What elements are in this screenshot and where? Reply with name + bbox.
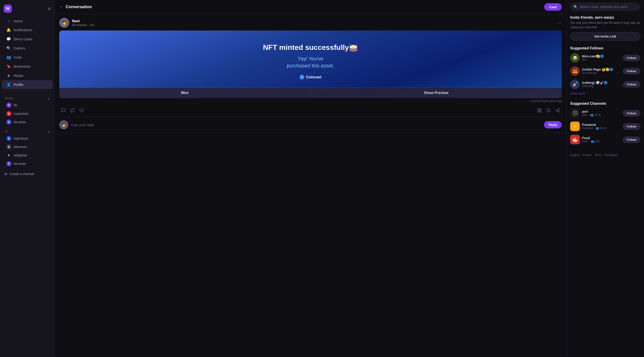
recent-avatar-superteam: S (6, 111, 12, 116)
all-label-farcaster2: farcaster (14, 162, 26, 166)
nft-title: NFT minted successfully🥁 (263, 43, 358, 52)
all-item-eigenlayer[interactable]: Eeigenlayer (2, 134, 53, 143)
post-header: 🧑 Neel @neelpatel · 24s ··· (59, 18, 562, 28)
sidebar-item-label: Home (14, 19, 23, 23)
suggested-follows-list: 🐶 Nico.cast🫡🔵 @n Follow 🦊 Corbin Page 👑🫡… (570, 51, 640, 91)
suggest-follow-iceberg: 🎸 Icebergy 🧊🎸🔵 @iceberg Follow (570, 78, 640, 91)
main-content: ← Conversation Cast 🧑 Neel @neelpatel · … (55, 0, 566, 357)
sidebar-item-invite[interactable]: 👥Invite (2, 53, 53, 62)
follow-button-nico[interactable]: Follow (623, 55, 640, 61)
suggest-name-nico: Nico.cast🫡🔵 (582, 54, 620, 58)
settings-icon[interactable]: ⚙ (48, 6, 51, 11)
like-button[interactable] (78, 106, 86, 114)
all-label-eigenlayer: eigenlayer (14, 137, 28, 140)
suggest-handle-corbin: @corbin.eth (582, 71, 620, 74)
sidebar-item-label: Notifications (14, 28, 32, 32)
grid-button[interactable] (535, 106, 544, 114)
all-label-ethereum: ethereum (14, 145, 27, 149)
follow-button-corbin[interactable]: Follow (623, 68, 640, 74)
bookmark-button[interactable] (544, 106, 552, 114)
recent-label-fbi: fbi (14, 103, 17, 107)
search-input[interactable] (580, 5, 637, 9)
channel-follow-button-frontend[interactable]: Follow (623, 123, 640, 130)
all-item-farcaster2[interactable]: Ffarcaster (2, 160, 53, 168)
recent-item-farcaster[interactable]: Ffarcaster (2, 118, 53, 126)
sidebar-item-label: Explore (14, 46, 25, 50)
suggest-follow-corbin: 🦊 Corbin Page 👑🫡🔵 @corbin.eth Follow (570, 64, 640, 78)
home-icon: ⌂ (6, 19, 11, 23)
app-logo[interactable]: W (4, 4, 12, 13)
recent-label-superteam: superteam (14, 112, 29, 115)
sidebar-item-notifications[interactable]: 🔔Notifications (2, 25, 53, 34)
all-avatar-ethglobal: E (6, 153, 12, 158)
all-item-ethglobal[interactable]: Eethglobal (2, 151, 53, 159)
sidebar-item-home[interactable]: ⌂Home (2, 17, 53, 25)
author-avatar[interactable]: 🧑 (59, 18, 69, 28)
channel-follow-button-food[interactable]: Follow (623, 136, 640, 143)
suggest-channel-food: 🍜 Food /food · 👥 43k Follow (570, 133, 640, 146)
reply-box: 🧑 Reply (55, 117, 566, 133)
invite-subtitle: You and your friend each get 50 warps if… (570, 20, 640, 29)
invite-title: Invite friends, earn warps (570, 15, 640, 19)
footer-link-support[interactable]: Support (570, 153, 580, 157)
footer-links: SupportPrivacyTermsDevelopers (570, 152, 640, 157)
sidebar-nav: ⌂Home🔔Notifications💬Direct Casts🔍Explore… (0, 16, 54, 89)
search-bar: 🔍 (570, 3, 640, 11)
channel-avatar-perl: ⚫ (570, 108, 580, 118)
follow-button-iceberg[interactable]: Follow (623, 81, 640, 88)
recent-collapse-icon[interactable]: ▲ (47, 97, 50, 100)
reply-button[interactable]: Reply (544, 121, 562, 128)
warps-icon: ◈ (6, 73, 11, 78)
sidebar-item-profile[interactable]: 👤Profile (2, 80, 53, 89)
recast-button[interactable] (68, 106, 76, 114)
sidebar-item-warps[interactable]: ◈Warps (2, 71, 53, 80)
all-collapse-icon[interactable]: ▲ (47, 130, 50, 133)
reply-input[interactable] (71, 123, 541, 127)
all-channels-list: EeigenlayerEethereumEethglobalFfarcaster (0, 134, 54, 168)
mint-button[interactable]: Mint (59, 88, 310, 98)
suggested-follows-title: Suggested Follows (570, 46, 640, 50)
conversation-header: ← Conversation Cast (55, 0, 566, 14)
recent-item-fbi[interactable]: Ffbi (2, 101, 53, 109)
post-more-button[interactable]: ··· (556, 19, 562, 26)
show-preview-button[interactable]: Show Preview (310, 88, 562, 98)
profile-icon: 👤 (6, 82, 11, 87)
frame-link: coincast-frame.vercel.app (59, 98, 562, 104)
suggest-avatar-corbin: 🦊 (570, 66, 580, 76)
post-author: 🧑 Neel @neelpatel · 24s (59, 18, 94, 28)
members-icon: 👥 (596, 127, 599, 130)
explore-icon: 🔍 (6, 46, 11, 50)
all-item-ethereum[interactable]: Eethereum (2, 143, 53, 151)
suggest-handle-iceberg: @iceberg (582, 84, 620, 88)
all-avatar-eigenlayer: E (6, 136, 12, 141)
channel-name-perl: perl (582, 110, 620, 113)
recent-item-superteam[interactable]: Ssuperteam (2, 109, 53, 118)
sidebar-item-label: Bookmarks (14, 64, 31, 68)
all-avatar-ethereum: E (6, 144, 12, 149)
suggest-channel-perl: ⚫ perl /perl · 👥 30.3k Follow (570, 107, 640, 120)
footer-link-privacy[interactable]: Privacy (582, 153, 591, 157)
comment-button[interactable] (59, 106, 68, 114)
share-button[interactable] (554, 106, 562, 114)
suggest-channel-frontend: ⚡ Frontend /frontend · 👥 69.1k Follow (570, 120, 640, 133)
show-more-follows[interactable]: Show more (570, 91, 640, 96)
suggest-follow-nico: 🐶 Nico.cast🫡🔵 @n Follow (570, 51, 640, 64)
footer-link-terms[interactable]: Terms (594, 153, 602, 157)
author-handle: @neelpatel · 24s (72, 23, 94, 27)
channel-follow-button-perl[interactable]: Follow (623, 110, 640, 117)
sidebar-item-explore[interactable]: 🔍Explore (2, 44, 53, 53)
recent-avatar-fbi: F (6, 103, 12, 108)
sidebar-item-direct-casts[interactable]: 💬Direct Casts (2, 35, 53, 43)
footer-link-developers[interactable]: Developers (604, 153, 618, 157)
sidebar-item-label: Invite (14, 55, 22, 59)
suggested-channels-list: ⚫ perl /perl · 👥 30.3k Follow ⚡ Frontend… (570, 107, 640, 146)
create-channel-btn[interactable]: ⊕ Create a channel (0, 170, 54, 178)
back-button[interactable]: ← (59, 4, 63, 9)
sidebar-item-label: Direct Casts (14, 37, 32, 41)
cast-button[interactable]: Cast (544, 3, 562, 11)
get-invite-link-button[interactable]: Get Invite Link (570, 32, 640, 41)
sidebar-item-bookmarks[interactable]: 🔖Bookmarks (2, 62, 53, 71)
all-avatar-farcaster2: F (6, 161, 12, 166)
recent-section-label: Recent ▲ (0, 95, 54, 101)
svg-line-8 (557, 109, 558, 110)
